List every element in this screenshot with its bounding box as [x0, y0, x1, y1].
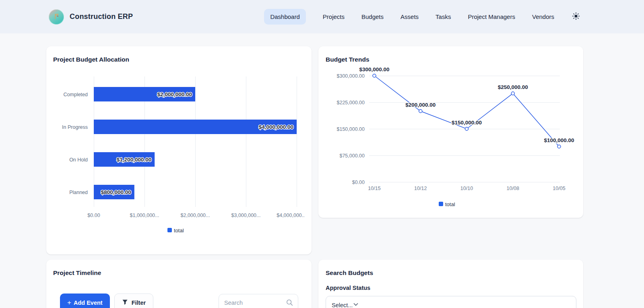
data-point-10-15[interactable] — [373, 74, 376, 77]
filter-button[interactable]: Filter — [114, 294, 153, 308]
category-label: On Hold — [69, 157, 88, 163]
header: Construction ERP DashboardProjectsBudget… — [0, 0, 644, 33]
legend-label: total — [174, 227, 184, 234]
nav-item-projects[interactable]: Projects — [323, 9, 345, 25]
y-axis-tick: $0.00 — [352, 180, 365, 185]
crane-icon — [52, 12, 61, 22]
point-value-label: $200,000.00 — [405, 102, 436, 108]
brand: Construction ERP — [49, 9, 133, 25]
plus-icon: + — [67, 299, 71, 307]
trend-line — [374, 76, 559, 147]
bar-chart: $2,000,000.00Completed$4,000,000.00In Pr… — [46, 46, 312, 254]
y-axis-tick: $300,000.00 — [336, 73, 365, 79]
timeline-toolbar: + Add Event Filter — [60, 294, 298, 308]
logo — [49, 9, 64, 25]
x-axis-tick: 10/10 — [460, 186, 473, 191]
data-point-10-08[interactable] — [511, 92, 514, 95]
category-label: Completed — [64, 92, 88, 97]
nav-item-dashboard[interactable]: Dashboard — [264, 9, 305, 25]
x-axis-tick: 10/12 — [414, 186, 427, 191]
theme-toggle-button[interactable] — [571, 12, 581, 22]
app: Construction ERP DashboardProjectsBudget… — [0, 0, 644, 308]
nav-item-tasks[interactable]: Tasks — [436, 9, 451, 25]
approval-status-select[interactable]: Select... — [326, 296, 576, 308]
sun-icon — [572, 12, 580, 21]
point-value-label: $300,000.00 — [359, 66, 389, 72]
x-axis-tick: $1,000,000... — [130, 213, 159, 218]
point-value-label: $150,000.00 — [452, 120, 482, 126]
add-event-label: Add Event — [74, 300, 103, 306]
card-project-timeline: Project Timeline + Add Event Filter — [46, 260, 312, 308]
bar-value-label: $4,000,000.00 — [259, 124, 293, 130]
card-title: Project Timeline — [53, 269, 101, 277]
x-axis-tick: 10/05 — [553, 186, 565, 191]
main-nav: DashboardProjectsBudgetsAssetsTasksProje… — [264, 9, 554, 25]
card-search-budgets: Search Budgets Approval Status Select... — [318, 260, 583, 308]
nav-item-vendors[interactable]: Vendors — [532, 9, 554, 25]
point-value-label: $250,000.00 — [498, 84, 528, 90]
y-axis-tick: $225,000.00 — [336, 100, 365, 105]
nav-item-project-managers[interactable]: Project Managers — [468, 9, 515, 25]
legend-label: total — [445, 201, 455, 207]
add-event-button[interactable]: + Add Event — [60, 294, 110, 308]
bar-value-label: $2,000,000.00 — [157, 91, 192, 97]
timeline-search — [219, 294, 298, 308]
funnel-icon — [122, 299, 128, 306]
x-axis-tick: $4,000,000.. — [277, 213, 305, 218]
chevron-down-icon — [353, 301, 359, 308]
x-axis-tick: $0.00 — [87, 213, 100, 218]
select-value: Select... — [332, 302, 353, 308]
data-point-10-10[interactable] — [465, 127, 469, 130]
card-title: Search Budgets — [326, 269, 373, 277]
x-axis-tick: $3,000,000... — [231, 213, 261, 218]
point-value-label: $100,000.00 — [544, 137, 574, 143]
bar-value-label: $800,000.00 — [101, 189, 131, 195]
line-chart: $300,000.00$225,000.00$150,000.00$75,000… — [318, 46, 583, 218]
bar-value-label: $1,200,000.00 — [117, 157, 151, 163]
category-label: In Progress — [62, 124, 88, 130]
data-point-10-12[interactable] — [419, 110, 422, 113]
x-axis-tick: 10/15 — [368, 186, 380, 191]
legend-swatch — [439, 202, 443, 206]
x-axis-tick: 10/08 — [507, 186, 519, 191]
card-budget-allocation: Project Budget Allocation $2,000,000.00C… — [46, 46, 312, 254]
nav-item-budgets[interactable]: Budgets — [361, 9, 384, 25]
filter-label: Filter — [132, 300, 146, 306]
legend-swatch — [167, 228, 172, 232]
nav-item-assets[interactable]: Assets — [400, 9, 419, 25]
data-point-10-05[interactable] — [557, 145, 561, 148]
y-axis-tick: $150,000.00 — [336, 126, 365, 132]
brand-name: Construction ERP — [70, 12, 133, 21]
approval-status-label: Approval Status — [326, 285, 370, 291]
x-axis-tick: $2,000,000... — [181, 213, 210, 218]
y-axis-tick: $75,000.00 — [339, 153, 365, 159]
category-label: Planned — [69, 190, 88, 195]
card-budget-trends: Budget Trends $300,000.00$225,000.00$150… — [318, 46, 583, 218]
